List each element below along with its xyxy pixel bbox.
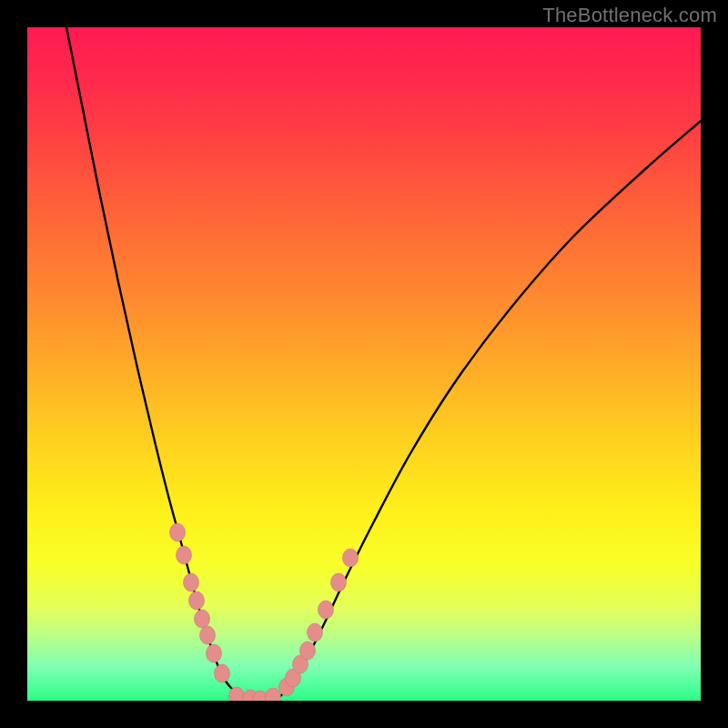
data-marker	[331, 573, 347, 592]
data-marker	[343, 549, 359, 567]
bottleneck-curve	[66, 27, 701, 700]
data-marker	[189, 592, 205, 610]
data-marker	[207, 644, 222, 662]
chart-svg	[27, 27, 701, 701]
data-marker	[266, 688, 281, 701]
brand-label: TheBottleneck.com	[542, 4, 717, 27]
data-marker	[215, 664, 230, 682]
data-marker	[318, 601, 334, 619]
chart-frame: TheBottleneck.com	[0, 0, 728, 728]
data-marker	[177, 546, 192, 564]
data-markers	[170, 523, 359, 701]
data-marker	[200, 626, 216, 644]
data-marker	[195, 610, 210, 628]
plot-area	[27, 27, 701, 701]
data-marker	[184, 573, 199, 592]
data-marker	[300, 642, 316, 660]
data-marker	[308, 623, 323, 642]
data-marker	[170, 523, 186, 541]
